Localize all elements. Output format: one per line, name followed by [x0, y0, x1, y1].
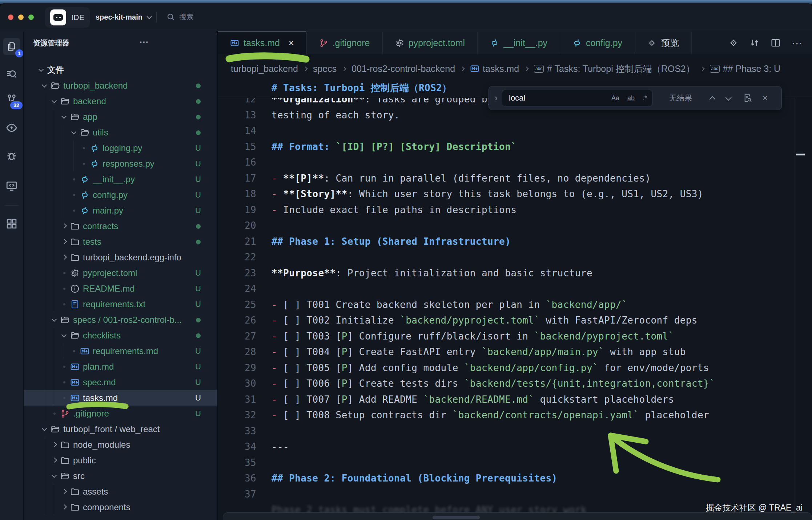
chevron-right-icon — [60, 222, 68, 230]
info-icon — [70, 284, 80, 293]
zoom-window-button[interactable] — [28, 15, 34, 20]
compare-icon[interactable] — [749, 38, 760, 48]
sidebar-item-remote[interactable] — [5, 180, 18, 192]
find-prev-button[interactable] — [711, 94, 715, 102]
code-line-24: 24 — [218, 281, 795, 297]
file-dot — [70, 210, 78, 212]
tree-item-turbopi-backend.egg-info[interactable]: turbopi_backend.egg-info — [24, 249, 217, 265]
close-tab-icon[interactable]: × — [289, 38, 294, 48]
tree-item-app[interactable]: app — [24, 109, 217, 125]
more-actions-icon[interactable]: ⋯ — [792, 37, 803, 49]
overview-ruler[interactable] — [795, 78, 812, 520]
tree-item-spec.md[interactable]: spec.mdU — [24, 374, 217, 390]
breadcrumb-item[interactable]: abc# Tasks: Turbopi 控制后端（ROS2） — [534, 63, 695, 75]
regex-icon[interactable]: .* — [643, 94, 647, 102]
git-status-dot — [193, 112, 203, 122]
breadcrumb-item[interactable]: tasks.md — [470, 64, 519, 74]
minimize-window-button[interactable] — [18, 15, 24, 20]
whole-word-icon[interactable]: ab — [627, 94, 635, 102]
sidebar-more-button[interactable]: ⋯ — [139, 37, 149, 48]
tree-item-backend[interactable]: backend — [24, 93, 217, 109]
git-status-untracked: U — [193, 268, 203, 278]
git-status-dot — [193, 315, 203, 325]
file-dot — [60, 381, 68, 383]
code-line-36: 36## Phase 2: Foundational (Blocking Pre… — [218, 470, 795, 486]
traffic-lights[interactable] — [8, 15, 34, 20]
tree-item-config.py[interactable]: config.pyU — [24, 187, 217, 203]
code-line-26: 26- [ ] T002 Initialize `backend/pyproje… — [218, 312, 795, 328]
search-icon — [166, 13, 175, 21]
tree-item--init-.py[interactable]: __init__.pyU — [24, 171, 217, 187]
tree-item-logging.py[interactable]: logging.pyU — [24, 140, 217, 156]
match-case-icon[interactable]: Aa — [611, 94, 619, 102]
tab-config.py[interactable]: config.py — [560, 32, 635, 54]
ruler-mark — [796, 154, 805, 155]
find-next-button[interactable] — [725, 94, 730, 102]
tab-.gitignore[interactable]: .gitignore — [307, 32, 383, 54]
tree-item-utils[interactable]: utils — [24, 125, 217, 140]
tree-item-turbopi-front-web-react[interactable]: turbopi_front / web_react — [24, 421, 217, 437]
titlebar: IDE spec-kit-main 搜索 — [0, 3, 812, 31]
file-dot — [80, 163, 88, 165]
tree-item-README.md[interactable]: README.mdU — [24, 281, 217, 296]
tree-item-.gitignore[interactable]: .gitignoreU — [24, 406, 217, 421]
git-status-untracked: U — [193, 206, 203, 215]
chevron-down-icon — [60, 113, 68, 121]
tree-item-checklists[interactable]: checklists — [24, 328, 217, 343]
bug-icon — [5, 150, 18, 162]
tree-item-src[interactable]: src — [24, 468, 217, 484]
split-editor-icon[interactable] — [771, 38, 781, 48]
find-input[interactable]: local Aa ab .* — [502, 90, 652, 106]
tab--[interactable]: 预览 — [635, 32, 692, 54]
tree-section-files[interactable]: 文件 — [24, 62, 217, 78]
project-switcher[interactable]: spec-kit-main — [96, 3, 150, 31]
tree-item-components[interactable]: components — [24, 499, 217, 515]
tree-item-pyproject.toml[interactable]: pyproject.tomlU — [24, 265, 217, 281]
find-expand-chevron[interactable]: › — [495, 93, 498, 103]
chevron-right-icon — [303, 66, 308, 71]
sidebar-item-ai-preview[interactable] — [5, 122, 18, 134]
tree-item-requirements.md[interactable]: requirements.mdU — [24, 343, 217, 359]
bottom-panel-edge[interactable] — [223, 512, 812, 520]
breadcrumb-item[interactable]: 001-ros2-control-backend — [351, 64, 455, 74]
close-window-button[interactable] — [8, 15, 13, 20]
tab-tasks.md[interactable]: tasks.md× — [218, 32, 307, 54]
find-in-selection-button[interactable] — [743, 93, 752, 103]
tree-item-node-modules[interactable]: node_modules — [24, 437, 217, 452]
sidebar-item-explorer[interactable]: 1 — [3, 38, 20, 55]
tree-item-contracts[interactable]: contracts — [24, 218, 217, 234]
editor-actions: ⋯ — [692, 32, 812, 54]
git-status-untracked: U — [193, 159, 203, 168]
sidebar-item-source-control[interactable]: 32 — [6, 93, 17, 105]
chevron-right-icon — [60, 238, 68, 246]
folder-icon — [70, 112, 80, 122]
tree-item-public[interactable]: public — [24, 452, 217, 468]
find-widget: › local Aa ab .* 无结果 — [489, 86, 782, 110]
tree-item-turbopi-backend[interactable]: turbopi_backend — [24, 78, 217, 93]
tab-pyproject.toml[interactable]: pyproject.toml — [383, 32, 478, 54]
breadcrumb[interactable]: turbopi_backendspecs001-ros2-control-bac… — [218, 54, 812, 78]
search-panel-icon — [6, 69, 17, 80]
tree-item-plan.md[interactable]: plan.mdU — [24, 359, 217, 374]
tree-item-main.py[interactable]: main.pyU — [24, 203, 217, 218]
tree-item-responses.py[interactable]: responses.pyU — [24, 156, 217, 171]
tree-item-assets[interactable]: assets — [24, 484, 217, 499]
code-line-22: 22 — [218, 249, 795, 265]
breadcrumb-item[interactable]: abc## Phase 3: U — [710, 64, 780, 74]
editor-content[interactable]: 12**Organization**: Tasks are grouped by… — [218, 78, 812, 520]
app-logo-group[interactable]: IDE — [45, 7, 90, 28]
tree-item-specs-001-ros2-control-b...[interactable]: specs / 001-ros2-control-b... — [24, 312, 217, 328]
sidebar-item-search[interactable] — [6, 69, 17, 80]
preview-icon[interactable] — [728, 38, 739, 48]
tree-item-tests[interactable]: tests — [24, 234, 217, 249]
global-search[interactable]: 搜索 — [166, 3, 193, 31]
panel-handle[interactable] — [433, 516, 480, 519]
sidebar-item-debug[interactable] — [5, 150, 18, 162]
tree-item-tasks.md[interactable]: tasks.mdU — [24, 390, 217, 406]
tab--init-.py[interactable]: __init__.py — [478, 32, 560, 54]
breadcrumb-item[interactable]: specs — [313, 64, 337, 74]
breadcrumb-item[interactable]: turbopi_backend — [231, 64, 298, 74]
tree-item-requirements.txt[interactable]: requirements.txtU — [24, 296, 217, 312]
find-close-button[interactable]: × — [763, 93, 768, 103]
sidebar-item-apps[interactable] — [5, 218, 18, 230]
